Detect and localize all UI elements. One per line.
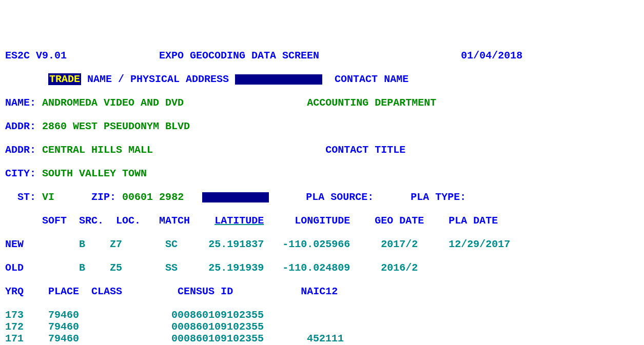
hdr-pla-date: PLA DATE [448,215,498,227]
contact-name-label: CONTACT NAME [335,73,408,85]
addr2-label: ADDR: [5,144,36,156]
old-match: SS [165,262,178,274]
redacted-block-2: X [202,192,269,202]
old-geo-date: 2016/2 [381,262,418,274]
name-addr-label: NAME / PHYSICAL ADDRESS [81,73,235,85]
old-lat: 25.191939 [208,262,264,274]
new-lon: -110.025966 [282,238,350,250]
st-label: ST: [17,191,36,203]
city-value[interactable]: SOUTH VALLEY TOWN [42,168,147,179]
hdr-naic: NAIC12 [301,286,338,297]
contact-dept[interactable]: ACCOUNTING DEPARTMENT [307,97,436,109]
city-label: CITY: [5,168,36,179]
new-geo-date: 2017/2 [381,238,418,250]
addr1-value[interactable]: 2860 WEST PSEUDONYM BLVD [42,120,190,132]
screen-id: ES2C V9.01 [5,50,67,62]
hdr-loc: LOC. [116,215,141,227]
old-lon: -110.024809 [282,262,350,274]
old-soft: B [79,262,85,274]
zip-value[interactable]: 00601 2982 [122,191,184,203]
addr1-label: ADDR: [5,120,36,132]
hdr-census: CENSUS ID [178,286,233,297]
st-value[interactable]: VI [42,191,54,203]
hdr-geo-date: GEO DATE [375,215,424,227]
name-label: NAME: [5,97,36,109]
new-pla-date: 12/29/2017 [448,238,510,250]
yrq-row: 172 79460 000860109102355 [5,321,639,333]
contact-title-label: CONTACT TITLE [325,144,405,156]
pla-source-label: PLA SOURCE: [306,191,374,203]
hdr-yrq: YRQ [5,286,24,297]
hdr-soft: SOFT [42,215,67,227]
hdr-src: SRC. [79,215,104,227]
new-match: SC [165,238,178,250]
addr2-value[interactable]: CENTRAL HILLS MALL [42,144,153,156]
zip-label: ZIP: [91,191,116,203]
new-label: NEW [5,238,24,250]
hdr-class: CLASS [91,286,122,297]
hdr-place: PLACE [48,286,79,297]
new-lat: 25.191837 [208,238,264,250]
new-soft: B [79,238,85,250]
old-label: OLD [5,262,24,274]
screen-date: 01/04/2018 [461,50,522,62]
hdr-latitude: LATITUDE [214,215,264,227]
trade-label: TRADE [48,73,81,85]
hdr-match: MATCH [159,215,190,227]
pla-type-label: PLA TYPE: [411,191,466,203]
hdr-longitude: LONGITUDE [295,215,350,227]
redacted-block-1: X [235,74,322,85]
yrq-row: 171 79460 000860109102355 452111 [5,333,639,344]
old-src: Z5 [110,262,122,274]
screen-title: EXPO GEOCODING DATA SCREEN [159,50,319,62]
name-value[interactable]: ANDROMEDA VIDEO AND DVD [42,97,184,109]
yrq-row: 173 79460 000860109102355 [5,309,639,321]
new-src: Z7 [110,238,122,250]
